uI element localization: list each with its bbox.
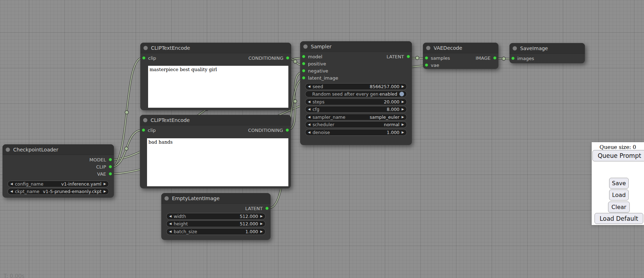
widget-value: 1.000 <box>387 130 399 135</box>
save-button[interactable]: Save <box>609 178 629 189</box>
widget-batch-size[interactable]: ◀ batch_size 1.000 ▶ <box>166 228 266 235</box>
collapse-dot-icon[interactable] <box>303 44 308 49</box>
input-port-clip[interactable] <box>142 128 145 132</box>
node-checkpoint-loader[interactable]: CheckpointLoader MODEL CLIP VAE ◀ config… <box>2 144 114 198</box>
increment-arrow-icon[interactable]: ▶ <box>402 85 404 88</box>
decrement-arrow-icon[interactable]: ◀ <box>308 131 310 134</box>
input-port-images[interactable] <box>511 57 515 60</box>
increment-arrow-icon[interactable]: ▶ <box>402 131 404 134</box>
output-port-latent[interactable] <box>265 207 269 210</box>
widget-ckpt-name[interactable]: ◀ ckpt_name v1-5-pruned-emaonly.ckpt ▶ <box>7 188 109 195</box>
widget-label: seed <box>313 84 323 89</box>
node-empty-latent-image[interactable]: EmptyLatentImage LATENT ◀ width 512.000 … <box>161 193 271 240</box>
input-port-positive[interactable] <box>302 62 305 65</box>
input-port-model[interactable] <box>302 55 305 58</box>
load-default-button[interactable]: Load Default <box>595 213 643 224</box>
input-label: positive <box>308 61 326 66</box>
link-midpoint-dot <box>125 111 129 114</box>
collapse-dot-icon[interactable] <box>164 196 169 201</box>
node-title-bar[interactable]: CLIPTextEncode <box>140 43 291 53</box>
increment-arrow-icon[interactable]: ▶ <box>260 222 263 225</box>
decrement-arrow-icon[interactable]: ◀ <box>308 108 310 111</box>
widget-scheduler[interactable]: ◀ scheduler normal ▶ <box>305 121 407 128</box>
prompt-textarea[interactable]: bad hands <box>147 138 288 186</box>
widget-config-name[interactable]: ◀ config_name v1-inference.yaml ▶ <box>7 181 109 187</box>
prompt-textarea[interactable]: masterpiece best quality girl <box>148 66 288 108</box>
decrement-arrow-icon[interactable]: ◀ <box>308 85 310 88</box>
link-midpoint-dot <box>125 147 128 150</box>
queue-prompt-button[interactable]: Queue Prompt <box>592 150 644 161</box>
increment-arrow-icon[interactable]: ▶ <box>402 116 404 119</box>
clear-button[interactable]: Clear <box>608 202 630 213</box>
decrement-arrow-icon[interactable]: ◀ <box>308 123 310 126</box>
increment-arrow-icon[interactable]: ▶ <box>402 123 404 126</box>
collapse-dot-icon[interactable] <box>143 46 148 50</box>
increment-arrow-icon[interactable]: ▶ <box>104 182 106 186</box>
increment-arrow-icon[interactable]: ▶ <box>402 108 404 111</box>
widget-seed[interactable]: ◀ seed 8566257.000 ▶ <box>305 83 407 90</box>
node-title-bar[interactable]: CLIPTextEncode <box>140 115 291 125</box>
graph-canvas[interactable]: { "icons": { "left_arrow": "◀", "right_a… <box>0 0 644 278</box>
node-title: CLIPTextEncode <box>151 45 190 51</box>
widget-value: v1-inference.yaml <box>61 181 101 187</box>
collapse-dot-icon[interactable] <box>143 118 147 122</box>
node-title-bar[interactable]: VAEDecode <box>423 43 498 53</box>
input-label: model <box>308 54 322 59</box>
increment-arrow-icon[interactable]: ▶ <box>402 100 404 103</box>
output-port-model[interactable] <box>109 158 112 161</box>
input-port-samples[interactable] <box>425 56 428 60</box>
output-port-conditioning[interactable] <box>286 56 289 60</box>
input-port-latent-image[interactable] <box>302 76 305 80</box>
widget-cfg[interactable]: ◀ cfg 8.000 ▶ <box>305 106 407 113</box>
node-title-bar[interactable]: CheckpointLoader <box>2 144 114 155</box>
node-title-bar[interactable]: Sampler <box>300 41 412 52</box>
collapse-dot-icon[interactable] <box>6 148 10 152</box>
widget-steps[interactable]: ◀ steps 20.000 ▶ <box>305 98 407 105</box>
widget-value: 512.000 <box>240 214 258 219</box>
output-row-clip: CLIP <box>2 163 114 170</box>
decrement-arrow-icon[interactable]: ◀ <box>308 100 310 103</box>
output-port-image[interactable] <box>493 56 497 60</box>
queue-size-label: Queue size: 0 <box>592 144 644 150</box>
output-label: LATENT <box>245 206 263 211</box>
input-port-clip[interactable] <box>142 56 146 60</box>
input-port-vae[interactable] <box>425 63 428 67</box>
collapse-dot-icon[interactable] <box>426 46 430 50</box>
widget-denoise[interactable]: ◀ denoise 1.000 ▶ <box>305 129 407 136</box>
widget-random-seed-toggle[interactable]: Random seed after every gen enabled <box>305 91 407 97</box>
widget-label: batch_size <box>174 229 197 234</box>
toggle-indicator[interactable] <box>399 92 404 96</box>
node-save-image[interactable]: SaveImage images <box>509 43 585 63</box>
input-label: negative <box>308 68 328 74</box>
widget-width[interactable]: ◀ width 512.000 ▶ <box>166 213 266 220</box>
output-port-conditioning[interactable] <box>286 128 289 132</box>
node-clip-text-encode-negative[interactable]: CLIPTextEncode clip CONDITIONING bad han… <box>140 115 291 188</box>
decrement-arrow-icon[interactable]: ◀ <box>169 222 172 225</box>
node-clip-text-encode-positive[interactable]: CLIPTextEncode clip CONDITIONING masterp… <box>140 43 291 110</box>
node-title-bar[interactable]: SaveImage <box>509 43 585 54</box>
node-sampler[interactable]: Sampler model LATENT positive negative l… <box>300 41 412 145</box>
decrement-arrow-icon[interactable]: ◀ <box>10 190 13 193</box>
output-label: CLIP <box>96 164 106 170</box>
node-vae-decode[interactable]: VAEDecode samples IMAGE vae <box>423 43 498 69</box>
widget-label: cfg <box>313 107 319 112</box>
increment-arrow-icon[interactable]: ▶ <box>104 190 106 193</box>
output-port-clip[interactable] <box>109 165 112 169</box>
output-port-vae[interactable] <box>109 172 112 176</box>
widget-value: v1-5-pruned-emaonly.ckpt <box>43 189 101 194</box>
collapse-dot-icon[interactable] <box>513 46 517 50</box>
widget-sampler-name[interactable]: ◀ sampler_name sample_euler ▶ <box>305 114 407 121</box>
input-port-negative[interactable] <box>302 69 305 73</box>
increment-arrow-icon[interactable]: ▶ <box>260 230 263 233</box>
output-port-latent[interactable] <box>407 55 410 58</box>
port-row: samples IMAGE <box>423 54 498 62</box>
load-button[interactable]: Load <box>609 189 629 201</box>
increment-arrow-icon[interactable]: ▶ <box>260 215 263 218</box>
node-title: CheckpointLoader <box>13 147 58 153</box>
decrement-arrow-icon[interactable]: ◀ <box>169 215 172 218</box>
node-title-bar[interactable]: EmptyLatentImage <box>161 193 271 204</box>
decrement-arrow-icon[interactable]: ◀ <box>10 182 13 186</box>
decrement-arrow-icon[interactable]: ◀ <box>169 230 172 233</box>
widget-height[interactable]: ◀ height 512.000 ▶ <box>166 220 266 227</box>
decrement-arrow-icon[interactable]: ◀ <box>308 116 310 119</box>
